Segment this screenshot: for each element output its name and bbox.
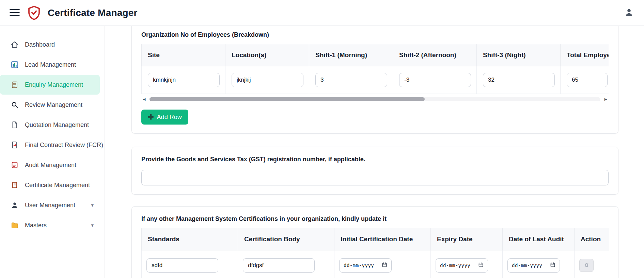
sidebar-item-certificate-management[interactable]: Certificate Management [0, 175, 100, 195]
shield-logo-icon [27, 5, 41, 20]
gst-input[interactable] [141, 170, 609, 185]
sidebar-item-label: Audit Management [25, 162, 76, 169]
delete-row-button[interactable] [579, 259, 594, 272]
document-arrow-icon [10, 141, 19, 149]
main-content: Organization No of Employees (Breakdown)… [105, 26, 644, 278]
app-root: Certificate Manager Dashboard [0, 0, 644, 278]
sidebar-item-enquiry-management[interactable]: Enquiry Management [0, 75, 100, 95]
initial-certification-date-input[interactable]: dd-mm-yyyy [339, 258, 392, 273]
hamburger-menu-button[interactable] [9, 7, 20, 18]
document-icon [10, 120, 19, 129]
hamburger-icon [10, 9, 20, 10]
column-header-action: Action [575, 228, 609, 250]
sidebar-item-label: Dashboard [25, 41, 55, 48]
date-placeholder: dd-mm-yyyy [344, 263, 374, 268]
add-row-button[interactable]: ✚ Add Row [141, 110, 188, 125]
date-placeholder: dd-mm-yyyy [512, 263, 542, 268]
home-icon [10, 40, 19, 49]
add-row-label: Add Row [157, 114, 182, 121]
calendar-icon [382, 262, 387, 269]
calendar-icon [550, 262, 555, 269]
shift3-night-input[interactable] [483, 73, 555, 87]
column-header-date-of-last-audit: Date of Last Audit [503, 228, 575, 250]
date-of-last-audit-input[interactable]: dd-mm-yyyy [507, 258, 560, 273]
sidebar-item-label: Lead Management [25, 61, 76, 68]
user-profile-button[interactable] [624, 7, 634, 18]
expiry-date-input[interactable]: dd-mm-yyyy [436, 258, 488, 273]
gst-card: Provide the Goods and Services Tax (GST)… [131, 147, 618, 195]
other-certifications-card: If any other Management System Certifica… [131, 206, 618, 278]
column-header-total-employees: Total Employees [561, 44, 609, 66]
sidebar-item-label: Masters [25, 222, 47, 229]
horizontal-scrollbar[interactable]: ◄ ► [142, 97, 608, 101]
column-header-standards: Standards [142, 228, 238, 250]
site-input[interactable] [148, 73, 220, 87]
clipboard-icon [10, 80, 19, 89]
certificate-icon [10, 181, 19, 190]
employees-table: Site Location(s) Shift-1 (Morning) Shift… [141, 44, 609, 94]
certifications-table: Standards Certification Body Initial Cer… [141, 228, 609, 278]
column-header-shift1: Shift-1 (Morning) [309, 44, 393, 66]
date-placeholder: dd-mm-yyyy [440, 263, 470, 268]
column-header-shift2: Shift-2 (Afternoon) [393, 44, 477, 66]
scroll-right-arrow-icon[interactable]: ► [603, 97, 608, 101]
column-header-expiry-date: Expiry Date [431, 228, 503, 250]
user-icon [624, 7, 634, 18]
sidebar-item-masters[interactable]: Masters ▾ [0, 215, 100, 235]
employees-table-header-row: Site Location(s) Shift-1 (Morning) Shift… [142, 44, 609, 66]
report-icon [10, 161, 19, 169]
certifications-card-title: If any other Management System Certifica… [141, 215, 609, 223]
shift2-afternoon-input[interactable] [399, 73, 471, 87]
employees-table-row [142, 66, 609, 94]
sidebar-item-final-contract-review[interactable]: Final Contract Review (FCR) [0, 135, 100, 155]
sidebar-item-label: Certificate Management [25, 182, 90, 189]
sidebar-item-audit-management[interactable]: Audit Management [0, 155, 100, 175]
folder-icon [10, 221, 19, 230]
employees-table-viewport: Site Location(s) Shift-1 (Morning) Shift… [141, 44, 609, 94]
magnifier-icon [10, 100, 19, 109]
total-employees-input[interactable] [567, 73, 608, 87]
sidebar-item-label: Final Contract Review (FCR) [25, 142, 103, 149]
sidebar-item-dashboard[interactable]: Dashboard [0, 35, 100, 54]
person-icon [10, 201, 19, 210]
locations-input[interactable] [232, 73, 303, 87]
certification-body-input[interactable] [243, 258, 315, 273]
trash-icon [584, 262, 589, 268]
column-header-certification-body: Certification Body [238, 228, 334, 250]
scrollbar-track[interactable] [150, 97, 600, 101]
sidebar-item-label: User Management [25, 202, 75, 209]
certifications-table-row: dd-mm-yyyy dd-mm-yyyy [142, 250, 609, 278]
gst-label: Provide the Goods and Services Tax (GST)… [141, 156, 609, 163]
employees-breakdown-card: Organization No of Employees (Breakdown)… [131, 26, 618, 134]
sidebar-item-label: Enquiry Management [25, 81, 83, 88]
column-header-initial-certification-date: Initial Certification Date [334, 228, 431, 250]
scrollbar-thumb[interactable] [150, 97, 425, 101]
bar-chart-icon [10, 60, 19, 69]
chevron-down-icon: ▾ [91, 202, 94, 208]
app-title: Certificate Manager [48, 7, 138, 18]
body-row: Dashboard Lead Management [0, 26, 644, 278]
sidebar-item-lead-management[interactable]: Lead Management [0, 55, 100, 75]
certifications-table-header-row: Standards Certification Body Initial Cer… [142, 228, 609, 250]
column-header-site: Site [142, 44, 225, 66]
sidebar: Dashboard Lead Management [0, 26, 105, 278]
sidebar-item-label: Quotation Management [25, 121, 89, 129]
plus-icon: ✚ [148, 113, 154, 120]
shift1-morning-input[interactable] [315, 73, 387, 87]
column-header-locations: Location(s) [225, 44, 309, 66]
calendar-icon [478, 262, 484, 269]
sidebar-item-quotation-management[interactable]: Quotation Management [0, 115, 100, 135]
column-header-shift3: Shift-3 (Night) [477, 44, 561, 66]
employees-card-title: Organization No of Employees (Breakdown) [141, 31, 609, 38]
scroll-left-arrow-icon[interactable]: ◄ [142, 97, 146, 101]
top-bar: Certificate Manager [0, 0, 644, 26]
sidebar-item-label: Review Management [25, 101, 82, 109]
sidebar-item-user-management[interactable]: User Management ▾ [0, 195, 100, 215]
chevron-down-icon: ▾ [91, 222, 94, 228]
sidebar-item-review-management[interactable]: Review Management [0, 95, 100, 115]
standards-input[interactable] [146, 258, 218, 273]
